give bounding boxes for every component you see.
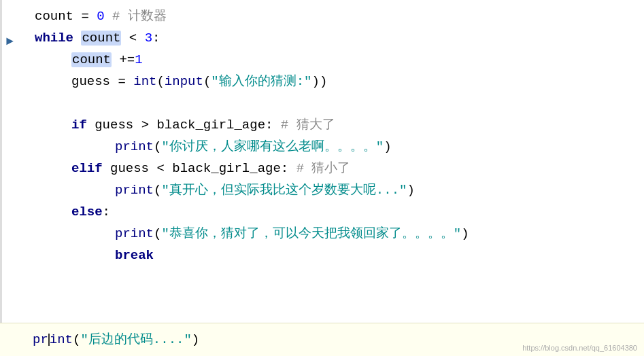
code-token: 3 bbox=[145, 31, 152, 46]
bottom-code-token: ( bbox=[73, 332, 80, 347]
code-token: += bbox=[112, 52, 135, 67]
code-token: guess bbox=[71, 74, 110, 89]
line-content-4: guess = int(input("输入你的猜测:")) bbox=[28, 71, 644, 92]
code-token: = bbox=[73, 9, 97, 24]
line-content-1: count = 0 # 计数器 bbox=[28, 5, 644, 27]
code-token: count bbox=[35, 9, 73, 24]
code-line-12: break bbox=[2, 245, 644, 266]
code-line-7: print("你讨厌，人家哪有这么老啊。。。。") bbox=[2, 136, 644, 158]
line-content-2: while count < 3: bbox=[28, 27, 644, 49]
code-token: guess > black_girl_age: bbox=[87, 118, 281, 132]
code-area: count = 0 # 计数器►while count < 3:count +=… bbox=[0, 0, 644, 323]
code-token: "你讨厌，人家哪有这么老啊。。。。" bbox=[161, 139, 384, 154]
code-token: else bbox=[71, 204, 103, 219]
line-content-8: elif guess < black_girl_age: # 猜小了 bbox=[28, 158, 644, 179]
code-line-3: count +=1 bbox=[2, 49, 644, 71]
code-token: 0 bbox=[97, 9, 104, 24]
code-token: break bbox=[115, 248, 154, 263]
watermark: https://blog.csdn.net/qq_61604380 bbox=[522, 344, 637, 352]
bottom-code-token: "后边的代码...." bbox=[80, 332, 191, 347]
code-line-5 bbox=[2, 92, 644, 114]
code-token: input bbox=[165, 74, 203, 89]
code-token: ( bbox=[154, 183, 161, 198]
code-token: # 猜小了 bbox=[296, 161, 351, 176]
code-line-10: else: bbox=[2, 201, 644, 223]
bottom-code-token: print bbox=[33, 332, 73, 347]
code-line-9: print("真开心，但实际我比这个岁数要大呢...") bbox=[2, 179, 644, 201]
code-token: # 计数器 bbox=[105, 9, 167, 24]
code-token: if bbox=[71, 118, 87, 132]
code-line-2: ►while count < 3: bbox=[2, 27, 644, 49]
code-token: ( bbox=[154, 139, 161, 154]
code-line-8: elif guess < black_girl_age: # 猜小了 bbox=[2, 158, 644, 179]
cursor-icon bbox=[48, 334, 50, 346]
code-token: "输入你的猜测:" bbox=[211, 74, 311, 89]
line-content-12: break bbox=[28, 245, 644, 266]
code-token: ( bbox=[154, 226, 161, 241]
code-line-4: guess = int(input("输入你的猜测:")) bbox=[2, 71, 644, 92]
line-content-10: else: bbox=[28, 201, 644, 223]
code-token: print bbox=[115, 226, 154, 241]
code-token: : bbox=[103, 204, 110, 219]
code-token: : bbox=[152, 31, 160, 46]
code-token: = bbox=[110, 74, 133, 89]
code-token: )) bbox=[312, 74, 328, 89]
code-token: "恭喜你，猜对了，可以今天把我领回家了。。。。" bbox=[161, 226, 461, 241]
code-token: while bbox=[35, 31, 73, 46]
code-container: count = 0 # 计数器►while count < 3:count +=… bbox=[0, 0, 644, 356]
line-content-7: print("你讨厌，人家哪有这么老啊。。。。") bbox=[28, 136, 644, 158]
code-token: # 猜大了 bbox=[281, 118, 335, 132]
code-token: ( bbox=[156, 74, 164, 89]
code-token: print bbox=[115, 139, 154, 154]
code-token: guess < black_girl_age: bbox=[103, 161, 296, 176]
bottom-code-token: ) bbox=[192, 332, 199, 347]
code-token: < bbox=[121, 31, 144, 46]
code-token: ( bbox=[203, 74, 211, 89]
code-token: ) bbox=[384, 139, 391, 154]
line-content-3: count +=1 bbox=[28, 49, 644, 71]
code-token: 1 bbox=[135, 52, 142, 67]
code-token: count bbox=[71, 52, 112, 67]
line-content-9: print("真开心，但实际我比这个岁数要大呢...") bbox=[28, 179, 644, 201]
code-line-11: print("恭喜你，猜对了，可以今天把我领回家了。。。。") bbox=[2, 223, 644, 245]
code-token: elif bbox=[71, 161, 103, 176]
code-token: count bbox=[81, 31, 121, 46]
code-token bbox=[73, 31, 81, 46]
line-content-11: print("恭喜你，猜对了，可以今天把我领回家了。。。。") bbox=[28, 223, 644, 245]
code-line-1: count = 0 # 计数器 bbox=[2, 5, 644, 27]
code-token: ) bbox=[461, 226, 469, 241]
code-token: "真开心，但实际我比这个岁数要大呢..." bbox=[161, 183, 407, 198]
code-token: ) bbox=[407, 183, 414, 198]
code-token: print bbox=[115, 183, 154, 198]
line-content-6: if guess > black_girl_age: # 猜大了 bbox=[28, 114, 644, 136]
code-line-6: if guess > black_girl_age: # 猜大了 bbox=[2, 114, 644, 136]
code-token: int bbox=[133, 74, 156, 89]
